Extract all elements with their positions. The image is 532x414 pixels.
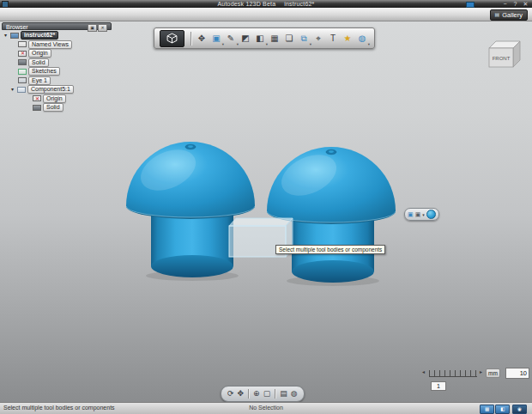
tree-item-eye-1[interactable]: Eye 1 xyxy=(2,76,122,85)
navbar-separator xyxy=(248,389,249,399)
dropdown-icon[interactable]: ▾ xyxy=(422,212,425,217)
grid-value-input[interactable]: 1 xyxy=(431,381,446,391)
tree-item-component[interactable]: ▾ Component5:1 xyxy=(2,85,122,94)
tree-item-root[interactable]: ▾ instruct62* xyxy=(2,31,122,40)
tree-item-solid[interactable]: Solid xyxy=(2,103,122,112)
tree-item-label: Solid xyxy=(28,58,49,67)
gallery-icon: ▤ xyxy=(495,10,500,20)
browser-title: Browser xyxy=(6,24,28,30)
solid-icon xyxy=(18,59,27,65)
selection-minibar: ▣ ▣ ▾ xyxy=(404,208,439,221)
sketch-icon: ✎ xyxy=(227,30,234,46)
snap-tool-button[interactable]: ★ xyxy=(341,30,354,46)
toolbar-separator xyxy=(190,32,191,46)
pan-icon[interactable]: ✥ xyxy=(238,387,245,401)
component-icon xyxy=(17,87,26,93)
menu-bar: ▤ Gallery xyxy=(0,8,532,21)
tree-item-label: Eye 1 xyxy=(28,76,51,85)
browser-panel-header[interactable]: Browser ▣ ✕ xyxy=(2,22,112,30)
orbit-icon[interactable]: ⟳ xyxy=(227,387,234,401)
document-icon xyxy=(10,33,19,39)
viewcube-front-label: FRONT xyxy=(493,56,511,61)
primitives-icon: ▣ xyxy=(212,30,220,46)
origin-icon xyxy=(33,95,41,101)
scale-left-arrow-icon[interactable]: ◂ xyxy=(422,368,425,375)
solid-icon xyxy=(33,105,41,111)
app-title: Autodesk 123D Beta xyxy=(217,1,275,7)
transform-tool-button[interactable]: ✥ xyxy=(195,30,209,46)
material-tool-button[interactable]: ◍▾ xyxy=(355,30,369,46)
text-tool-button[interactable]: T xyxy=(326,30,340,46)
body-icon xyxy=(18,77,27,83)
zoom-icon[interactable]: ⊕ xyxy=(253,387,260,401)
scale-right-arrow-icon[interactable]: ▸ xyxy=(480,368,482,375)
body-eye-1[interactable] xyxy=(126,142,255,281)
body-eye-2[interactable] xyxy=(267,147,396,286)
tree-item-sketches[interactable]: Sketches xyxy=(2,67,122,76)
expand-arrow-icon[interactable]: ▾ xyxy=(4,31,10,40)
grouping-tool-button[interactable]: ❏ xyxy=(282,30,296,46)
unit-label[interactable]: mm xyxy=(486,368,500,378)
measure-icon: ⌖ xyxy=(316,30,321,46)
help-button[interactable]: ? xyxy=(511,0,520,8)
minimize-button[interactable]: − xyxy=(500,0,510,8)
tree-item-solid[interactable]: Solid xyxy=(2,58,122,67)
close-button[interactable]: ✕ xyxy=(521,0,530,8)
tree-item-label: Origin xyxy=(28,49,51,58)
primitives-tool-button[interactable]: ▣▾ xyxy=(209,30,223,46)
scale-ruler[interactable] xyxy=(429,370,477,377)
target-body-icon[interactable]: ▣ xyxy=(408,209,414,220)
measure-tool-button[interactable]: ⌖ xyxy=(311,30,325,46)
app-window: Autodesk 123D Betainstruct62* − ? ✕ ▤ Ga… xyxy=(0,0,532,414)
snap-icon: ★ xyxy=(344,30,352,46)
scale-value-input[interactable]: 10 xyxy=(505,368,529,379)
grid-toggle-button[interactable]: ▦ xyxy=(480,405,494,414)
browser-tree: ▾ instruct62* Named Views Origin Solid S… xyxy=(2,31,122,113)
app-menu-button[interactable] xyxy=(160,30,184,47)
tooltip: Select multiple tool bodies or component… xyxy=(275,245,385,254)
fit-view-icon[interactable]: ▢ xyxy=(263,387,271,401)
navbar-separator xyxy=(275,389,275,399)
grouping-icon: ❏ xyxy=(286,30,293,46)
display-settings-icon[interactable]: ▤ xyxy=(280,387,287,401)
titlebar-badge-icon xyxy=(466,2,475,8)
tooltip-text: Select multiple tool bodies or component… xyxy=(279,247,382,253)
tree-item-label: Origin xyxy=(43,94,66,103)
origin-icon xyxy=(18,51,27,57)
gallery-button[interactable]: ▤ Gallery xyxy=(490,9,528,21)
construct-icon: ◩ xyxy=(241,30,249,46)
navigation-bar: ⟳ ✥ ⊕ ▢ ▤ ◍ xyxy=(221,386,305,402)
help-toggle-button[interactable]: ◉ xyxy=(512,405,527,414)
material-icon: ◍ xyxy=(359,30,366,46)
sketch-tool-button[interactable]: ✎▾ xyxy=(224,30,238,46)
tree-item-named-views[interactable]: Named Views xyxy=(2,40,122,49)
tree-item-origin[interactable]: Origin xyxy=(2,94,122,103)
window-title: Autodesk 123D Betainstruct62* xyxy=(0,0,532,8)
views-icon xyxy=(18,41,27,47)
title-bar: Autodesk 123D Betainstruct62* − ? ✕ xyxy=(0,0,532,8)
text-icon: T xyxy=(330,30,336,46)
gallery-label: Gallery xyxy=(502,10,523,20)
view-cube[interactable]: FRONT xyxy=(484,38,523,76)
status-bar: Select multiple tool bodies or component… xyxy=(0,402,532,414)
tree-item-origin[interactable]: Origin xyxy=(2,49,122,58)
tree-item-label: Named Views xyxy=(28,40,72,49)
construct-tool-button[interactable]: ◩ xyxy=(239,30,252,46)
pattern-tool-button[interactable]: ▦ xyxy=(268,30,281,46)
tree-item-label: Sketches xyxy=(28,67,60,76)
dropdown-arrow-icon[interactable]: ▾ xyxy=(368,42,370,46)
material-view-icon[interactable]: ◍ xyxy=(291,387,298,401)
combine-tool-button[interactable]: ⧉▾ xyxy=(297,30,311,46)
expand-arrow-icon[interactable]: ▾ xyxy=(11,85,17,94)
snap-toggle-button[interactable]: ◧ xyxy=(495,405,510,414)
tree-item-label: Component5:1 xyxy=(27,85,74,94)
preview-sphere-icon[interactable] xyxy=(426,210,436,219)
modify-tool-button[interactable]: ◧▾ xyxy=(253,30,267,46)
tool-body-icon[interactable]: ▣ xyxy=(415,209,421,220)
tree-item-label: Solid xyxy=(43,103,63,112)
document-title: instruct62* xyxy=(284,1,314,7)
transform-icon: ✥ xyxy=(198,30,205,46)
main-toolbar: ✥ ▣▾ ✎▾ ◩ ◧▾ ▦ ❏ ⧉▾ ⌖ T ★ ◍▾ xyxy=(154,27,375,49)
tree-item-label: instruct62* xyxy=(21,31,58,40)
status-hint: Select multiple tool bodies or component… xyxy=(3,403,115,413)
